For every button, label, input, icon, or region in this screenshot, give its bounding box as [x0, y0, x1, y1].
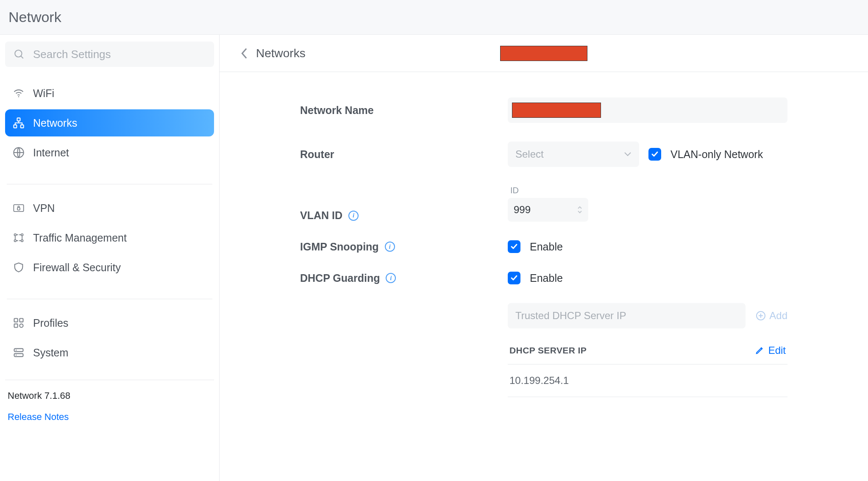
sidebar-item-label: Firewall & Security — [33, 261, 121, 274]
dhcp-guarding-enable-checkbox[interactable] — [508, 272, 520, 284]
label-network-name: Network Name — [300, 104, 508, 117]
label-dhcp-guarding: DHCP Guarding — [300, 272, 380, 284]
svg-point-16 — [19, 324, 23, 327]
svg-rect-4 — [14, 125, 17, 128]
label-router: Router — [300, 148, 508, 161]
svg-rect-17 — [14, 349, 23, 352]
sidebar-divider — [7, 299, 212, 299]
router-select-placeholder: Select — [515, 148, 544, 160]
network-name-redacted — [512, 103, 601, 118]
traffic-icon — [13, 232, 25, 244]
svg-rect-3 — [17, 118, 20, 121]
number-spinner[interactable] — [577, 206, 582, 214]
sidebar-item-label: WiFi — [33, 87, 54, 100]
search-icon — [14, 49, 25, 60]
network-name-input[interactable] — [508, 97, 787, 123]
detail-header: Networks — [220, 35, 868, 72]
sidebar-item-label: VPN — [33, 202, 55, 214]
info-icon[interactable]: i — [385, 242, 395, 252]
plus-circle-icon — [756, 311, 766, 321]
svg-point-9 — [14, 234, 17, 236]
svg-rect-18 — [14, 353, 23, 356]
sidebar-item-label: Internet — [33, 147, 69, 159]
sidebar-item-label: Traffic Management — [33, 232, 127, 244]
svg-point-10 — [14, 240, 17, 242]
sidebar-divider — [7, 184, 212, 184]
wifi-icon — [13, 87, 25, 99]
network-topology-icon — [13, 117, 25, 129]
sidebar-item-traffic-management[interactable]: Traffic Management — [5, 224, 214, 251]
svg-rect-8 — [17, 208, 20, 210]
trusted-dhcp-ip-placeholder: Trusted DHCP Server IP — [515, 310, 626, 322]
svg-point-0 — [15, 50, 22, 57]
vlan-only-checkbox[interactable] — [648, 148, 661, 161]
search-settings-field[interactable] — [5, 42, 214, 67]
profiles-icon — [13, 317, 25, 329]
edit-dhcp-servers-button[interactable]: Edit — [755, 345, 786, 356]
breadcrumb-back[interactable]: Networks — [241, 47, 306, 60]
check-icon — [510, 274, 518, 282]
svg-line-1 — [21, 56, 23, 58]
info-icon[interactable]: i — [348, 211, 359, 221]
sidebar-item-system[interactable]: System — [5, 339, 214, 366]
vlan-id-sublabel: ID — [508, 186, 588, 195]
vlan-only-label: VLAN-only Network — [670, 148, 763, 161]
search-settings-input[interactable] — [32, 47, 206, 61]
sidebar-item-label: Profiles — [33, 317, 68, 329]
info-icon[interactable]: i — [386, 273, 396, 283]
chevron-left-icon — [241, 47, 248, 59]
igmp-enable-label: Enable — [530, 241, 563, 253]
label-vlan-id: VLAN ID — [300, 209, 342, 222]
main-content: Networks Network Name Router Select — [220, 35, 868, 481]
chevron-down-icon — [577, 210, 582, 214]
svg-point-12 — [21, 240, 23, 242]
chevron-down-icon — [624, 152, 632, 157]
svg-rect-7 — [14, 205, 23, 211]
sidebar-item-wifi[interactable]: WiFi — [5, 80, 214, 107]
dhcp-server-ip: 10.199.254.1 — [509, 375, 569, 386]
svg-point-19 — [16, 350, 17, 350]
trusted-dhcp-ip-input[interactable]: Trusted DHCP Server IP — [508, 303, 746, 328]
sidebar-item-firewall-security[interactable]: Firewall & Security — [5, 254, 214, 281]
edit-button-label: Edit — [768, 345, 786, 356]
sidebar-item-label: System — [33, 347, 68, 359]
network-title-redacted — [500, 46, 587, 61]
sidebar-item-internet[interactable]: Internet — [5, 139, 214, 166]
svg-rect-13 — [14, 319, 18, 322]
router-select[interactable]: Select — [508, 142, 639, 167]
app-header: Network — [0, 0, 868, 35]
settings-sidebar: WiFi Networks Internet VPN Traffic Manag… — [0, 35, 220, 481]
igmp-enable-checkbox[interactable] — [508, 240, 520, 253]
sidebar-item-vpn[interactable]: VPN — [5, 195, 214, 222]
svg-rect-14 — [19, 319, 23, 322]
page-title: Network — [8, 9, 61, 25]
svg-point-11 — [21, 234, 23, 236]
sidebar-item-profiles[interactable]: Profiles — [5, 309, 214, 336]
dhcp-server-row: 10.199.254.1 — [508, 364, 787, 397]
globe-icon — [13, 147, 25, 158]
vlan-id-input[interactable]: 999 — [508, 198, 588, 222]
svg-rect-5 — [21, 125, 24, 128]
dhcp-server-column-header: DHCP SERVER IP — [509, 345, 587, 356]
dhcp-guarding-enable-label: Enable — [530, 272, 563, 284]
svg-rect-15 — [14, 324, 18, 327]
label-igmp-snooping: IGMP Snooping — [300, 241, 379, 253]
release-notes-link[interactable]: Release Notes — [8, 411, 211, 423]
shield-icon — [13, 261, 25, 273]
check-icon — [510, 243, 518, 250]
svg-point-20 — [16, 355, 17, 356]
breadcrumb-label: Networks — [256, 47, 306, 60]
add-button-label: Add — [769, 310, 787, 322]
svg-point-2 — [18, 96, 19, 97]
add-dhcp-server-button[interactable]: Add — [756, 310, 787, 322]
sidebar-item-label: Networks — [33, 117, 77, 129]
check-icon — [651, 150, 659, 158]
vpn-icon — [13, 202, 25, 214]
app-version: Network 7.1.68 — [8, 390, 211, 401]
sidebar-item-networks[interactable]: Networks — [5, 109, 214, 136]
pencil-icon — [755, 346, 764, 355]
system-icon — [13, 347, 25, 359]
vlan-id-value: 999 — [514, 204, 531, 216]
chevron-up-icon — [577, 206, 582, 209]
